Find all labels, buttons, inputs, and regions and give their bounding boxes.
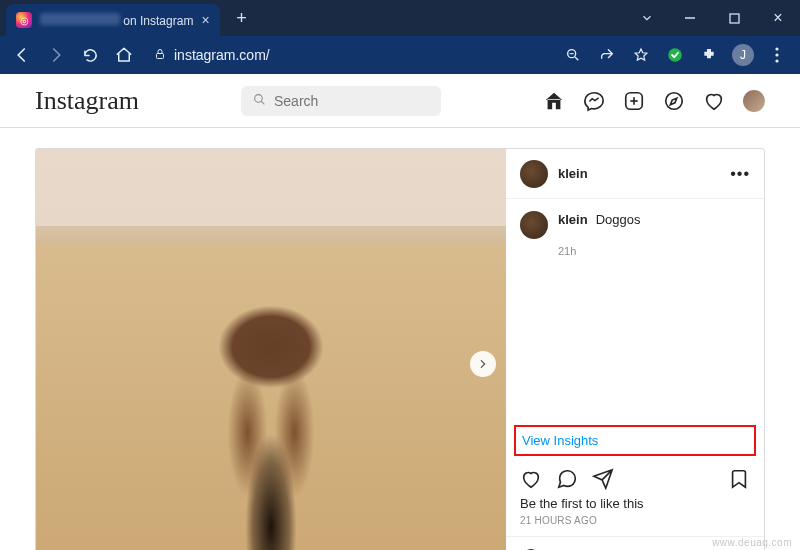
- window-maximize-button[interactable]: [712, 0, 756, 36]
- tabs-dropdown-icon[interactable]: [630, 0, 664, 36]
- author-avatar[interactable]: [520, 160, 548, 188]
- home-icon[interactable]: [543, 90, 565, 112]
- post-photo: [36, 149, 506, 550]
- caption-avatar[interactable]: [520, 211, 548, 239]
- favorite-star-icon[interactable]: [626, 41, 656, 69]
- svg-point-10: [255, 94, 263, 102]
- address-bar[interactable]: [144, 41, 552, 69]
- messenger-icon[interactable]: [583, 90, 605, 112]
- svg-line-4: [575, 57, 578, 60]
- share-icon[interactable]: [592, 41, 622, 69]
- nav-reload-button[interactable]: [76, 41, 104, 69]
- comment-button[interactable]: [556, 468, 578, 490]
- search-icon: [253, 93, 266, 109]
- tab-title: on Instagram: [40, 13, 193, 28]
- user-avatar[interactable]: [743, 90, 765, 112]
- window-controls: ×: [630, 0, 800, 36]
- author-username[interactable]: klein: [558, 166, 720, 181]
- like-button[interactable]: [520, 468, 542, 490]
- svg-point-9: [775, 59, 778, 62]
- instagram-favicon-icon: ◎: [16, 12, 32, 28]
- caption-text: kleinDoggos: [558, 211, 640, 239]
- window-close-button[interactable]: ×: [756, 0, 800, 36]
- new-post-icon[interactable]: [623, 90, 645, 112]
- nav-back-button[interactable]: [8, 41, 36, 69]
- svg-rect-1: [730, 14, 739, 23]
- svg-line-11: [261, 101, 264, 104]
- search-input[interactable]: [274, 93, 429, 109]
- instagram-header: Instagram: [0, 74, 800, 128]
- caption-username[interactable]: klein: [558, 212, 588, 227]
- caption-time: 21h: [558, 245, 750, 257]
- share-button[interactable]: [592, 468, 614, 490]
- search-bar[interactable]: [241, 86, 441, 116]
- view-insights-link[interactable]: View Insights: [514, 425, 756, 456]
- post-more-button[interactable]: •••: [730, 165, 750, 183]
- browser-toolbar: J: [0, 36, 800, 74]
- post-timestamp: 21 HOURS AGO: [506, 511, 764, 536]
- main-content: klein ••• kleinDoggos 21h View Insights: [0, 128, 800, 550]
- browser-tab[interactable]: ◎ on Instagram ×: [6, 4, 220, 36]
- like-prompt[interactable]: Be the first to like this: [506, 492, 764, 511]
- security-shield-icon[interactable]: [660, 41, 690, 69]
- lock-icon: [154, 48, 166, 63]
- explore-icon[interactable]: [663, 90, 685, 112]
- post-actions: [506, 464, 764, 492]
- nav-icons: [543, 90, 765, 112]
- window-titlebar: ◎ on Instagram × + ×: [0, 0, 800, 36]
- tab-title-blurred: [40, 13, 120, 25]
- svg-point-8: [775, 53, 778, 56]
- extensions-icon[interactable]: [694, 41, 724, 69]
- new-tab-button[interactable]: +: [228, 4, 256, 32]
- svg-rect-2: [157, 53, 164, 58]
- instagram-logo[interactable]: Instagram: [35, 86, 139, 116]
- caption-body: Doggos: [596, 212, 641, 227]
- browser-menu-button[interactable]: [762, 41, 792, 69]
- post-media[interactable]: [36, 149, 506, 550]
- tab-close-icon[interactable]: ×: [201, 12, 209, 28]
- tab-strip: ◎ on Instagram × +: [0, 0, 630, 36]
- post-header: klein •••: [506, 149, 764, 199]
- url-input[interactable]: [174, 47, 542, 63]
- svg-point-15: [666, 92, 683, 109]
- svg-point-7: [775, 47, 778, 50]
- nav-home-button[interactable]: [110, 41, 138, 69]
- page-viewport[interactable]: Instagram: [0, 74, 800, 550]
- carousel-next-button[interactable]: [470, 351, 496, 377]
- watermark: www.deuaq.com: [712, 537, 792, 548]
- save-button[interactable]: [728, 468, 750, 490]
- nav-forward-button[interactable]: [42, 41, 70, 69]
- post-card: klein ••• kleinDoggos 21h View Insights: [35, 148, 765, 550]
- window-minimize-button[interactable]: [668, 0, 712, 36]
- post-sidebar: klein ••• kleinDoggos 21h View Insights: [506, 149, 764, 550]
- caption-area: kleinDoggos 21h: [506, 199, 764, 425]
- activity-heart-icon[interactable]: [703, 90, 725, 112]
- zoom-icon[interactable]: [558, 41, 588, 69]
- profile-avatar-icon: J: [732, 44, 754, 66]
- profile-button[interactable]: J: [728, 41, 758, 69]
